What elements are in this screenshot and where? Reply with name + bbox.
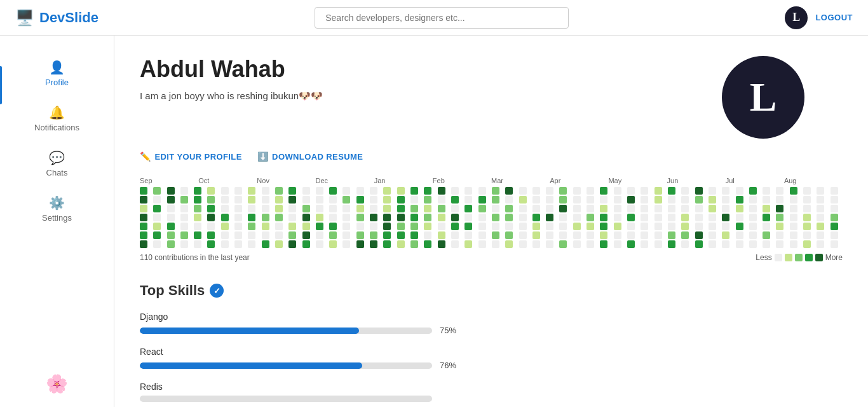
skills-section: Top Skills ✓ Django 75% React 76% Redis — [140, 282, 843, 402]
search-input[interactable] — [315, 7, 569, 29]
contrib-cell — [817, 214, 824, 221]
contrib-cell — [140, 231, 147, 239]
contrib-cell — [180, 205, 188, 212]
contrib-cell — [288, 214, 296, 221]
sidebar-item-notifications[interactable]: 🔔 Notifications — [0, 96, 114, 141]
contrib-cell — [370, 240, 377, 248]
contrib-cell — [465, 205, 472, 212]
contrib-cell — [546, 223, 553, 230]
skill-bar-wrapper — [140, 396, 843, 402]
contrib-cell — [438, 205, 445, 212]
sidebar-decoration: 🌸 — [46, 373, 68, 394]
contrib-cell — [207, 240, 215, 248]
contrib-cell — [342, 223, 350, 230]
contrib-cell — [288, 223, 296, 230]
contrib-cell — [831, 205, 838, 212]
contrib-cell — [681, 240, 689, 248]
logout-button[interactable]: LOGOUT — [815, 13, 853, 22]
contrib-cell — [194, 187, 201, 195]
contrib-cell — [681, 231, 689, 239]
contrib-cell — [356, 231, 364, 239]
edit-profile-button[interactable]: ✏️ EDIT YOUR PROFILE — [140, 151, 242, 162]
contrib-cell — [329, 223, 337, 230]
contrib-cell — [776, 231, 783, 239]
contrib-cell — [546, 205, 553, 212]
contrib-cell — [153, 231, 161, 239]
contrib-cell — [397, 231, 405, 239]
contrib-cell — [831, 187, 838, 195]
contrib-cell — [451, 240, 459, 248]
sidebar-item-chats[interactable]: 💬 Chats — [0, 141, 114, 186]
contrib-cell — [275, 240, 283, 248]
contrib-cell — [342, 240, 350, 248]
logo[interactable]: 🖥️ DevSlide — [15, 9, 98, 27]
contribution-grid — [140, 187, 843, 248]
contrib-cell — [370, 214, 377, 221]
profile-icon: 👤 — [49, 60, 65, 75]
contrib-cell — [803, 187, 811, 195]
profile-name: Abdul Wahab — [140, 56, 323, 83]
contrib-cell — [234, 223, 242, 230]
contrib-cell — [370, 187, 377, 195]
month-label: Aug — [784, 177, 843, 184]
contrib-cell — [140, 214, 147, 221]
contrib-cell — [275, 196, 283, 204]
contrib-cell — [316, 196, 323, 204]
contrib-cell — [519, 240, 527, 248]
sidebar-item-profile[interactable]: 👤 Profile — [0, 51, 114, 96]
month-label: Jan — [374, 177, 433, 184]
contrib-cell — [207, 187, 215, 195]
contrib-cell — [505, 196, 513, 204]
contrib-cell — [194, 214, 201, 221]
skill-pct: 76% — [440, 361, 463, 370]
contrib-cell — [790, 187, 797, 195]
sidebar-label-settings: Settings — [42, 213, 72, 223]
contrib-cell — [587, 240, 594, 248]
contrib-cell — [831, 231, 838, 239]
contrib-cell — [424, 231, 431, 239]
contrib-cell — [654, 196, 662, 204]
skill-pct: 75% — [440, 326, 463, 335]
contrib-cell — [763, 196, 770, 204]
chats-icon: 💬 — [49, 150, 65, 165]
contrib-cell — [532, 205, 540, 212]
contrib-cell — [709, 231, 716, 239]
sidebar-label-chats: Chats — [46, 168, 68, 177]
contrib-cell — [478, 223, 486, 230]
contrib-cell — [370, 196, 377, 204]
contrib-cell — [654, 240, 662, 248]
contrib-cell — [153, 187, 161, 195]
contrib-cell — [234, 240, 242, 248]
contrib-cell — [316, 205, 323, 212]
header-right: L LOGOUT — [785, 6, 853, 29]
contrib-cell — [641, 205, 648, 212]
contrib-cell — [817, 196, 824, 204]
contrib-cell — [587, 196, 594, 204]
contrib-cell — [803, 240, 811, 248]
contrib-cell — [207, 231, 215, 239]
contrib-cell — [695, 223, 703, 230]
contrib-cell — [614, 196, 621, 204]
contrib-cell — [790, 196, 797, 204]
contrib-cell — [167, 187, 175, 195]
contrib-cell — [248, 196, 255, 204]
contrib-cell — [573, 231, 581, 239]
contrib-cell — [410, 223, 418, 230]
contrib-cell — [262, 214, 269, 221]
contrib-cell — [424, 223, 431, 230]
contrib-cell — [397, 223, 405, 230]
contrib-cell — [140, 205, 147, 212]
profile-bio: I am a jon boyy who is reshing ibukun🐶🐶 — [140, 90, 323, 102]
contrib-cell — [763, 187, 770, 195]
contrib-cell — [668, 240, 675, 248]
contrib-cell — [505, 187, 513, 195]
contrib-cell — [342, 196, 350, 204]
contrib-cell — [573, 205, 581, 212]
contrib-cell — [641, 187, 648, 195]
download-resume-button[interactable]: ⬇️ DOWNLOAD RESUME — [257, 151, 363, 162]
contrib-cell — [383, 214, 391, 221]
contrib-cell — [776, 205, 783, 212]
sidebar-item-settings[interactable]: ⚙️ Settings — [0, 186, 114, 231]
contrib-cell — [465, 196, 472, 204]
contrib-cell — [492, 223, 499, 230]
